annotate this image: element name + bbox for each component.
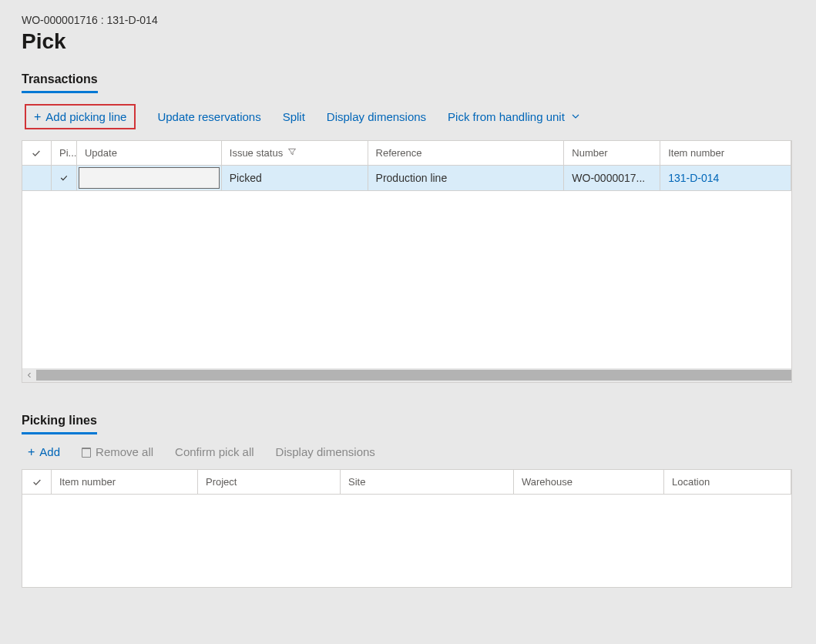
tab-picking-lines[interactable]: Picking lines [22,414,97,434]
highlight-add-picking-line: + Add picking line [25,104,136,129]
picking-lines-grid: Item number Project Site Warehouse Locat… [22,469,792,588]
column-pi[interactable]: Pi... [52,141,77,165]
transactions-grid-body [22,191,791,368]
row-item-number-link[interactable]: 131-D-014 [660,166,791,190]
column-number[interactable]: Number [564,141,660,165]
confirm-pick-all-button: Confirm pick all [175,445,254,458]
horizontal-scrollbar[interactable] [22,368,791,382]
picking-lines-grid-body [22,495,791,587]
row-reference: Production line [368,166,565,190]
filter-icon[interactable] [287,147,297,159]
pick-from-handling-unit-label: Pick from handling unit [448,110,565,123]
remove-all-label: Remove all [96,445,153,458]
column-issue-status-label: Issue status [230,147,283,159]
column-site[interactable]: Site [341,470,514,494]
remove-all-button: Remove all [82,445,153,458]
row-number: WO-0000017... [564,166,660,190]
column-select-all-2[interactable] [22,470,52,494]
split-button[interactable]: Split [283,110,305,123]
column-project[interactable]: Project [198,470,341,494]
transactions-toolbar: + Add picking line Update reservations S… [22,93,816,140]
transactions-grid: Pi... Update Issue status Reference Numb… [22,140,792,383]
column-reference[interactable]: Reference [368,141,565,165]
breadcrumb: WO-000001716 : 131-D-014 [22,14,816,26]
trash-icon [82,448,91,458]
column-item-number[interactable]: Item number [660,141,791,165]
add-button[interactable]: + Add [28,445,60,458]
table-row[interactable]: Picked Production line WO-0000017... 131… [22,166,791,191]
add-label: Add [39,445,60,458]
column-location[interactable]: Location [664,470,791,494]
plus-icon: + [28,446,35,458]
row-selector[interactable] [22,166,52,190]
update-reservations-button[interactable]: Update reservations [157,110,260,123]
plus-icon: + [34,111,41,123]
transactions-grid-header: Pi... Update Issue status Reference Numb… [22,141,791,166]
column-update[interactable]: Update [77,141,222,165]
tab-transactions[interactable]: Transactions [22,72,98,93]
display-dimensions-button-2: Display dimensions [276,445,375,458]
add-picking-line-button[interactable]: + Add picking line [34,110,126,123]
column-warehouse[interactable]: Warehouse [514,470,664,494]
page-title: Pick [22,29,816,54]
picking-lines-grid-header: Item number Project Site Warehouse Locat… [22,470,791,495]
pick-from-handling-unit-button[interactable]: Pick from handling unit [448,110,580,123]
scroll-left-icon[interactable] [22,368,36,382]
add-picking-line-label: Add picking line [45,110,126,123]
column-item-number-2[interactable]: Item number [52,470,198,494]
row-issue-status: Picked [222,166,368,190]
row-update-cell[interactable] [77,166,222,190]
picking-lines-toolbar: + Add Remove all Confirm pick all Displa… [22,434,816,469]
scrollbar-thumb[interactable] [36,370,791,381]
display-dimensions-button[interactable]: Display dimensions [327,110,426,123]
row-checked-icon[interactable] [52,166,77,190]
column-issue-status[interactable]: Issue status [222,141,368,165]
update-input[interactable] [79,167,220,189]
column-select-all[interactable] [22,141,52,165]
chevron-down-icon [571,112,580,122]
